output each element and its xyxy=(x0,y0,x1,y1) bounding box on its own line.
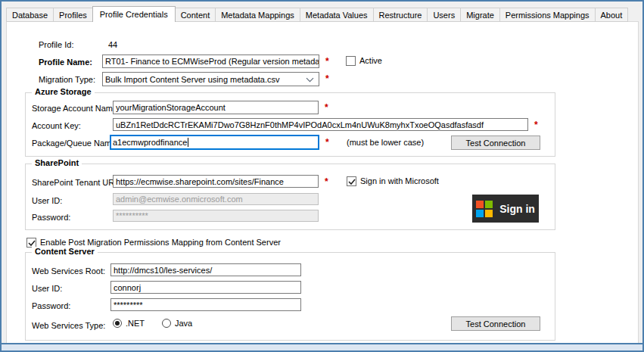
sign-in-with-microsoft-label: Sign in with Microsoft xyxy=(360,176,439,186)
tab-database[interactable]: Database xyxy=(6,8,54,22)
migration-type-required-marker: * xyxy=(325,73,329,84)
migration-type-label: Migration Type: xyxy=(39,75,95,84)
package-queue-required-marker: * xyxy=(325,137,329,148)
check-icon xyxy=(348,179,356,185)
radio-dot-icon xyxy=(115,321,120,326)
sharepoint-password-text: ********** xyxy=(116,211,148,220)
tab-strip: Database Profiles Profile Credentials Co… xyxy=(6,6,628,22)
content-server-group-title: Content Server xyxy=(32,247,98,256)
tenant-url-required-marker: * xyxy=(325,176,328,187)
package-queue-hint: (must be lower case) xyxy=(347,138,424,147)
sharepoint-group: SharePoint SharePoint Tenant URL: https:… xyxy=(25,164,555,230)
tab-metadata-mappings[interactable]: Metadata Mappings xyxy=(215,8,300,22)
account-key-label: Account Key: xyxy=(32,121,81,130)
tab-permissions-mappings[interactable]: Permissions Mappings xyxy=(499,8,596,22)
web-services-root-text: http://dmcs10/les-services/ xyxy=(114,266,212,275)
tab-metadata-values[interactable]: Metadata Values xyxy=(300,8,374,22)
ws-type-net-label: .NET xyxy=(126,319,145,328)
ws-type-java-label: Java xyxy=(175,319,192,328)
profile-name-label: Profile Name: xyxy=(39,58,92,67)
text-caret xyxy=(188,138,188,147)
tab-users[interactable]: Users xyxy=(427,8,461,22)
sharepoint-user-id-label: User ID: xyxy=(32,196,62,205)
sharepoint-tenant-url-input[interactable]: https://ecmwise.sharepoint.com/sites/Fin… xyxy=(113,175,319,188)
profile-name-input[interactable]: RT01- Finance to ECMWiseProd (Regular ve… xyxy=(102,55,319,68)
storage-account-name-label: Storage Account Name: xyxy=(32,104,120,113)
web-services-root-input[interactable]: http://dmcs10/les-services/ xyxy=(110,263,301,276)
azure-test-connection-button[interactable]: Test Connection xyxy=(451,136,540,150)
storage-account-name-text: yourMigrationStorageAccount xyxy=(116,103,226,112)
web-services-root-label: Web Services Root: xyxy=(32,266,105,276)
content-server-user-id-text: connorj xyxy=(114,283,141,292)
account-key-text: uBZn1RetDdcRCTrEKAMi7Dwo7G8HznF0thMP4vIP… xyxy=(116,120,484,129)
tab-profiles[interactable]: Profiles xyxy=(53,8,93,22)
content-server-password-input[interactable]: ********* xyxy=(110,298,301,311)
tab-about[interactable]: About xyxy=(595,8,629,22)
package-queue-name-text: a1ecmwprodfinance xyxy=(113,138,187,147)
migration-type-value: Bulk Import Content Server using metadat… xyxy=(105,75,280,84)
azure-storage-group: Azure Storage Storage Account Name: your… xyxy=(25,92,555,157)
content-server-user-id-input[interactable]: connorj xyxy=(110,281,301,294)
sharepoint-password-label: Password: xyxy=(32,213,70,222)
content-server-password-text: ********* xyxy=(114,301,143,310)
active-checkbox-label: Active xyxy=(359,56,382,66)
sharepoint-tenant-url-label: SharePoint Tenant URL: xyxy=(32,178,121,187)
active-checkbox[interactable]: Active xyxy=(346,56,382,66)
profile-id-label: Profile Id: xyxy=(39,40,73,49)
content-server-user-id-label: User ID: xyxy=(32,284,62,293)
package-queue-name-label: Package/Queue Name: xyxy=(32,139,118,148)
microsoft-sign-in-button[interactable]: Sign in xyxy=(472,195,539,223)
ws-type-net-radio[interactable]: .NET xyxy=(113,319,145,328)
window-bottom-strip xyxy=(2,343,642,350)
profile-name-required-marker: * xyxy=(325,56,329,67)
app-window: Database Profiles Profile Credentials Co… xyxy=(0,0,644,352)
profile-id-value: 44 xyxy=(108,40,117,49)
active-checkbox-box[interactable] xyxy=(346,56,356,66)
content-server-test-connection-button[interactable]: Test Connection xyxy=(451,316,540,331)
ws-type-java-radio[interactable]: Java xyxy=(162,319,192,328)
account-key-input[interactable]: uBZn1RetDdcRCTrEKAMi7Dwo7G8HznF0thMP4vIP… xyxy=(113,118,528,131)
sharepoint-user-id-input: admin@ecmwise.onmicrosoft.com xyxy=(113,193,319,205)
check-icon xyxy=(28,240,36,246)
migration-type-dropdown[interactable]: Bulk Import Content Server using metadat… xyxy=(102,72,319,86)
storage-account-name-input[interactable]: yourMigrationStorageAccount xyxy=(113,101,319,114)
tab-restructure[interactable]: Restructure xyxy=(373,8,428,22)
tab-profile-credentials[interactable]: Profile Credentials xyxy=(92,6,176,22)
sharepoint-user-id-text: admin@ecmwise.onmicrosoft.com xyxy=(116,195,243,204)
sharepoint-password-input: ********** xyxy=(113,210,319,222)
azure-storage-group-title: Azure Storage xyxy=(32,87,95,96)
radio-circle[interactable] xyxy=(113,319,122,328)
profile-name-text: RT01- Finance to ECMWiseProd (Regular ve… xyxy=(105,57,319,66)
tab-content[interactable]: Content xyxy=(175,8,216,22)
chevron-down-icon xyxy=(306,77,314,83)
profile-credentials-page: Profile Id: 44 Profile Name: RT01- Finan… xyxy=(6,21,639,344)
tab-migrate[interactable]: Migrate xyxy=(460,8,500,22)
sign-in-with-microsoft-checkbox-box[interactable] xyxy=(347,176,356,186)
radio-circle[interactable] xyxy=(162,319,171,328)
sign-in-with-microsoft-checkbox[interactable]: Sign in with Microsoft xyxy=(347,176,439,186)
account-key-required-marker: * xyxy=(534,120,538,130)
package-queue-name-input[interactable]: a1ecmwprodfinance xyxy=(110,135,319,150)
web-services-type-label: Web Services Type: xyxy=(32,321,105,330)
content-server-password-label: Password: xyxy=(32,301,70,310)
storage-account-required-marker: * xyxy=(325,102,328,113)
sharepoint-tenant-url-text: https://ecmwise.sharepoint.com/sites/Fin… xyxy=(116,177,284,186)
sign-in-button-label: Sign in xyxy=(499,203,535,215)
sharepoint-group-title: SharePoint xyxy=(32,158,82,167)
content-server-group: Content Server Web Services Root: http:/… xyxy=(25,252,555,341)
microsoft-logo-icon xyxy=(476,201,493,217)
